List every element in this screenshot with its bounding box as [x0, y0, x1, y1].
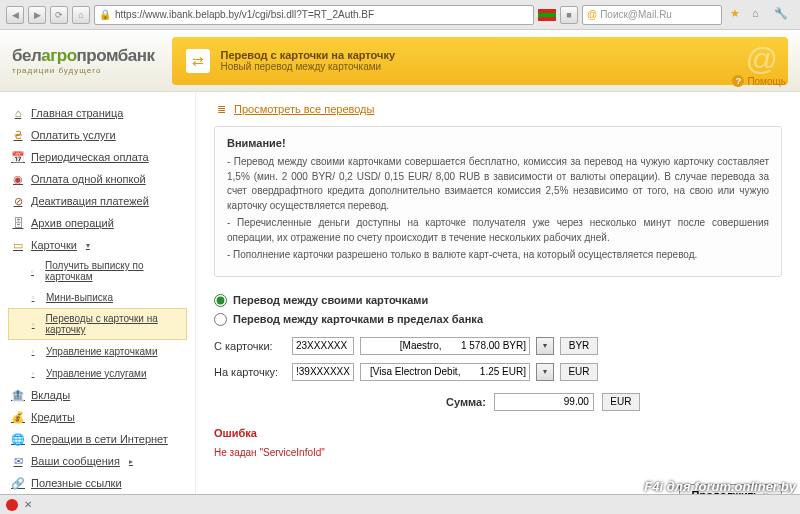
url-text: https://www.ibank.belapb.by/v1/cgi/bsi.d… [115, 9, 374, 20]
banner-icon: ⇄ [186, 49, 210, 73]
help-link[interactable]: Помощь [732, 75, 786, 87]
deactivate-icon: ⊘ [11, 194, 25, 208]
warning-title: Внимание! [227, 137, 769, 149]
sum-currency [602, 393, 640, 411]
chevron-right-icon: ▸ [129, 457, 133, 466]
sidebar-item-pay[interactable]: ₴Оплатить услуги [8, 124, 187, 146]
link-icon: 🔗 [11, 476, 25, 490]
sum-label: Сумма: [446, 396, 486, 408]
to-card-number[interactable] [292, 363, 354, 381]
radio-own-cards[interactable]: Перевод между своими карточками [214, 291, 782, 310]
banner: ⇄ Перевод с карточки на карточку Новый п… [172, 37, 788, 85]
safe-icon: 🏦 [11, 388, 25, 402]
from-account-select[interactable] [360, 337, 530, 355]
main-content: ≣ Просмотреть все переводы Внимание! - П… [196, 92, 800, 514]
sidebar-item-home[interactable]: ⌂Главная страница [8, 102, 187, 124]
lock-icon: 🔒 [99, 9, 111, 20]
sidebar-sub-manage-svc[interactable]: ▫Управление услугами [8, 362, 187, 384]
doc-icon: ▫ [26, 344, 40, 358]
doc-icon: ▫ [26, 264, 39, 278]
sum-input[interactable] [494, 393, 594, 411]
search-placeholder: Поиск@Mail.Ru [600, 9, 672, 20]
home-icon: ⌂ [11, 106, 25, 120]
sidebar-sub-transfer[interactable]: ▫Переводы с карточки на карточку [8, 308, 187, 340]
radio-bank-cards[interactable]: Перевод между карточками в пределах банк… [214, 310, 782, 329]
view-all-link[interactable]: Просмотреть все переводы [234, 103, 374, 115]
envelope-icon: ✉ [11, 454, 25, 468]
sidebar-item-messages[interactable]: ✉Ваши сообщения▸ [8, 450, 187, 472]
to-currency [560, 363, 598, 381]
url-bar[interactable]: 🔒 https://www.ibank.belapb.by/v1/cgi/bsi… [94, 5, 534, 25]
button-icon: ◉ [11, 172, 25, 186]
chevron-down-icon: ▾ [86, 241, 90, 250]
warning-text: - Перевод между своими карточками соверш… [227, 155, 769, 213]
globe-icon: 🌐 [11, 432, 25, 446]
to-label: На карточку: [214, 366, 286, 378]
sidebar-item-archive[interactable]: 🗄Архив операций [8, 212, 187, 234]
sidebar-item-deposits[interactable]: 🏦Вклады [8, 384, 187, 406]
wrench-icon[interactable]: 🔧 [774, 7, 790, 23]
sidebar-item-cards[interactable]: ▭Карточки▾ [8, 234, 187, 256]
banner-title: Перевод с карточки на карточку [220, 49, 395, 61]
doc-icon: ▫ [26, 290, 40, 304]
sidebar-item-links[interactable]: 🔗Полезные ссылки [8, 472, 187, 494]
status-bar: ✕ [0, 494, 800, 514]
logo[interactable]: белагропромбанк традиции будущего [12, 46, 154, 75]
mail-icon: @ [587, 9, 597, 20]
warning-text: - Перечисленные деньги доступны на карто… [227, 216, 769, 245]
radio-input[interactable] [214, 313, 227, 326]
doc-icon: ▫ [27, 317, 39, 331]
page-header: белагропромбанк традиции будущего ⇄ Пере… [0, 30, 800, 92]
banner-subtitle: Новый перевод между карточками [220, 61, 395, 72]
radio-label: Перевод между карточками в пределах банк… [233, 313, 483, 325]
reload-button[interactable]: ⟳ [50, 6, 68, 24]
from-currency [560, 337, 598, 355]
calendar-icon: 📅 [11, 150, 25, 164]
watermark: F4i для forum.onliner.by [644, 479, 796, 494]
sidebar-item-periodic[interactable]: 📅Периодическая оплата [8, 146, 187, 168]
dropdown-button[interactable]: ▾ [536, 363, 554, 381]
sidebar-sub-statement[interactable]: ▫Получить выписку по карточкам [8, 256, 187, 286]
sidebar-item-one-button[interactable]: ◉Оплата одной кнопкой [8, 168, 187, 190]
status-close[interactable]: ✕ [24, 499, 32, 510]
sidebar-item-deactivate[interactable]: ⊘Деактивация платежей [8, 190, 187, 212]
home-button[interactable]: ⌂ [72, 6, 90, 24]
sidebar: ⌂Главная страница ₴Оплатить услуги 📅Пери… [0, 92, 196, 514]
warning-panel: Внимание! - Перевод между своими карточк… [214, 126, 782, 277]
flag-icon [538, 9, 556, 21]
sidebar-sub-mini[interactable]: ▫Мини-выписка [8, 286, 187, 308]
from-card-number[interactable] [292, 337, 354, 355]
warning-text: - Пополнение карточки разрешено только в… [227, 248, 769, 263]
radio-input[interactable] [214, 294, 227, 307]
logo-tagline: традиции будущего [12, 66, 154, 75]
radio-label: Перевод между своими карточками [233, 294, 428, 306]
credit-icon: 💰 [11, 410, 25, 424]
doc-icon: ▫ [26, 366, 40, 380]
dropdown-button[interactable]: ▾ [536, 337, 554, 355]
back-button[interactable]: ◀ [6, 6, 24, 24]
from-label: С карточки: [214, 340, 286, 352]
sidebar-item-internet[interactable]: 🌐Операции в сети Интернет [8, 428, 187, 450]
pay-icon: ₴ [11, 128, 25, 142]
to-account-select[interactable] [360, 363, 530, 381]
card-icon: ▭ [11, 238, 25, 252]
sidebar-item-credits[interactable]: 💰Кредиты [8, 406, 187, 428]
sidebar-sub-manage-cards[interactable]: ▫Управление карточками [8, 340, 187, 362]
stop-button[interactable]: ■ [560, 6, 578, 24]
status-indicator-icon [6, 499, 18, 511]
error-message: Не задан "ServiceInfoId" [214, 447, 782, 458]
browser-toolbar: ◀ ▶ ⟳ ⌂ 🔒 https://www.ibank.belapb.by/v1… [0, 0, 800, 30]
forward-button[interactable]: ▶ [28, 6, 46, 24]
error-title: Ошибка [214, 427, 782, 439]
list-icon: ≣ [214, 102, 228, 116]
archive-icon: 🗄 [11, 216, 25, 230]
star-icon[interactable]: ★ [730, 7, 746, 23]
banner-decoration: @ [746, 41, 778, 78]
home-icon[interactable]: ⌂ [752, 7, 768, 23]
search-box[interactable]: @ Поиск@Mail.Ru [582, 5, 722, 25]
